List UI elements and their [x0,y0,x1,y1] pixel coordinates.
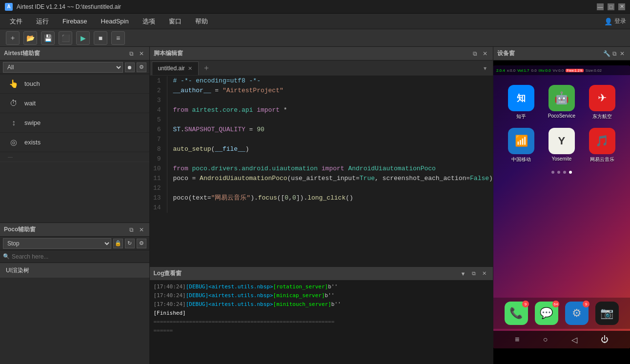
touch-icon: 👆 [8,78,20,90]
device-undock-btn[interactable]: ⧉ [610,50,618,58]
device-close-btn[interactable]: ✕ [618,50,626,58]
airtest-item-wait[interactable]: ⏱ wait [0,94,149,113]
main-layout: Airtest辅助窗 ⧉ ✕ All ⏺ ⚙ 👆 touch ⏱ wait [0,47,630,364]
ui-tree-item[interactable]: UI渲染树 [0,263,149,278]
touch-label: touch [24,80,40,87]
dock-camera[interactable]: 📷 [595,302,619,325]
log-filter-btn[interactable]: ▼ [459,269,467,278]
script-editor-undock[interactable]: ⧉ [471,50,479,58]
page-dot-2 [557,171,560,174]
menu-run[interactable]: 运行 [30,15,55,28]
code-line-12: 12 [150,183,493,193]
maximize-button[interactable]: □ [608,3,614,10]
minimize-button[interactable]: — [597,3,604,10]
toolbar-stop[interactable]: ■ [94,31,107,45]
poco-assistant-panel: Poco辅助窗 ⧉ ✕ Stop 🔒 ↻ ⚙ 🔍 UI渲染树 [0,222,149,364]
app-zhihu[interactable]: 知 知乎 [508,85,534,120]
search-icon: 🔍 [3,253,10,260]
code-line-1: 1 # -*- encoding=utf8 -*- [150,76,493,86]
tab-filename: untitled.air [158,65,185,72]
poco-panel-close[interactable]: ✕ [138,226,145,234]
login-button[interactable]: 👤 登录 [604,17,626,25]
dock-phone[interactable]: 📞 9 [505,302,528,325]
app-music[interactable]: 🎵 网易云音乐 [589,128,615,163]
poco-panel-header: Poco辅助窗 ⧉ ✕ [0,223,149,237]
poco-search-input[interactable] [12,253,146,260]
code-line-8: 8 auto_setup(__file__) [150,144,493,154]
app-yosemite[interactable]: Y Yosemite [549,128,575,163]
menu-options[interactable]: 选项 [137,15,161,28]
toolbar-save-all[interactable]: ⬛ [59,31,72,45]
log-separator2: ====== [154,326,489,335]
airtest-settings-btn[interactable]: ⚙ [137,62,146,72]
code-editor[interactable]: 1 # -*- encoding=utf8 -*- 2 __author__ =… [150,76,493,266]
title-bar: A Airtest IDE v1.2.14 ~~ D:\test\untitle… [0,0,630,14]
tab-add-button[interactable]: ＋ [201,62,212,74]
wait-icon: ⏱ [8,98,20,109]
log-separator: ========================================… [154,318,489,326]
airtest-item-swipe[interactable]: ↕ swipe [0,113,149,133]
app-eastern-air[interactable]: ✈ 东方航空 [589,85,615,120]
menu-file[interactable]: 文件 [4,15,28,28]
app-pocoservice[interactable]: 🤖 PocoService [548,85,575,120]
close-button[interactable]: ✕ [618,3,625,10]
toolbar-add[interactable]: ＋ [6,31,20,45]
toolbar-open[interactable]: 📂 [23,31,37,45]
menu-help[interactable]: 帮助 [189,15,214,28]
code-line-10: 10 from poco.drivers.android.uiautomatio… [150,164,493,174]
airtest-panel-undock[interactable]: ⧉ [128,50,136,58]
log-close-btn[interactable]: ✕ [480,269,489,278]
editor-tabs: untitled.air ✕ ＋ ▾ [150,61,493,76]
tab-menu-button[interactable]: ▾ [479,62,491,74]
toolbar-run[interactable]: ▶ [76,31,90,45]
middle-panel: 脚本编辑窗 ⧉ ✕ untitled.air ✕ ＋ ▾ 1 # -*- enc… [150,47,493,364]
log-panel-title: Log查看窗 [154,269,457,278]
nav-power-btn[interactable]: ⏻ [601,335,609,344]
airtest-panel-close[interactable]: ✕ [138,50,145,58]
app-grid-row2: 📶 中国移动 Y Yosemite 🎵 [493,124,630,167]
toolbar-menu[interactable]: ≡ [111,31,125,45]
phone-status-bar: 2.0.4 x:0.0 Vol:1.7 0.0 IXv:0.0 Vv:0.0 F… [493,65,630,75]
code-line-2: 2 __author__ = "AirtestProject" [150,86,493,96]
device-tools-btn[interactable]: 🔧 [603,50,610,58]
airtest-panel-title: Airtest辅助窗 [4,49,126,58]
script-editor-close[interactable]: ✕ [481,50,489,58]
exists-icon: ◎ [8,137,20,148]
poco-settings-btn[interactable]: ⚙ [137,239,146,248]
menu-bar: 文件 运行 Firebase HeadSpin 选项 窗口 帮助 👤 登录 [0,14,630,29]
log-line-1: [17:40:24][DEBUG]<airtest.utils.nbsp>[ro… [154,283,489,291]
airtest-panel-header: Airtest辅助窗 ⧉ ✕ [0,47,149,61]
tab-close-btn[interactable]: ✕ [188,65,192,72]
toolbar-save[interactable]: 💾 [41,31,55,45]
airtest-items-list: 👆 touch ⏱ wait ↕ swipe ◎ exists — [0,74,149,162]
log-undock-btn[interactable]: ⧉ [469,269,478,278]
script-editor-title: 脚本编辑窗 [154,49,469,58]
window-controls: — □ ✕ [597,3,625,10]
nav-menu-btn[interactable]: ≡ [515,335,519,344]
app-cmobile[interactable]: 📶 中国移动 [508,128,534,163]
wait-label: wait [24,100,36,107]
poco-lock-btn[interactable]: 🔒 [113,239,123,248]
device-panel-header: 设备窗 🔧 ⧉ ✕ [493,47,630,61]
menu-headspin[interactable]: HeadSpin [95,16,135,27]
editor-tab-untitled[interactable]: untitled.air ✕ [152,61,199,75]
log-line-4: [Finished] [154,309,489,318]
menu-firebase[interactable]: Firebase [57,16,93,27]
menu-window[interactable]: 窗口 [163,15,187,28]
dock-messages[interactable]: 💬 64 [535,302,558,325]
code-line-3: 3 [150,96,493,105]
poco-mode-select[interactable]: Stop [3,238,111,249]
code-line-4: 4 from airtest.core.api import * [150,105,493,115]
toolbar: ＋ 📂 💾 ⬛ ▶ ■ ≡ [0,29,630,47]
airtest-item-exists[interactable]: ◎ exists [0,133,149,152]
log-panel-header: Log查看窗 ▼ ⧉ ✕ [150,267,493,281]
dock-settings[interactable]: ⚙ 9 [565,302,589,325]
airtest-filter-select[interactable]: All [3,62,123,73]
poco-refresh-btn[interactable]: ↻ [125,239,135,248]
nav-home-btn[interactable]: ○ [543,335,548,344]
poco-panel-undock[interactable]: ⧉ [128,226,136,234]
exists-label: exists [24,139,41,146]
airtest-item-touch[interactable]: 👆 touch [0,74,149,94]
nav-back-btn[interactable]: ◁ [571,335,577,344]
airtest-record-btn[interactable]: ⏺ [125,62,135,72]
